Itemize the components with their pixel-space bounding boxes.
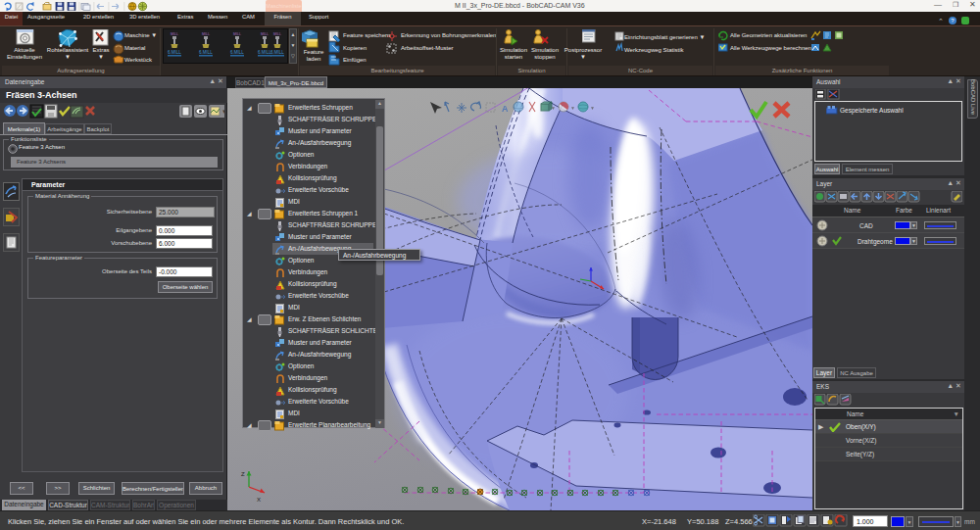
svg-text:Z: Z <box>241 471 245 477</box>
svg-text:X: X <box>257 497 261 503</box>
svg-text:A: A <box>502 104 509 114</box>
svg-text:6.MILL: 6.MILL <box>168 50 181 55</box>
svg-text:MILL: MILL <box>171 32 178 36</box>
svg-text:▼: ▼ <box>570 105 575 111</box>
svg-text:▼: ▼ <box>221 109 224 115</box>
svg-text:▼: ▼ <box>551 105 556 111</box>
svg-text:▼: ▼ <box>590 105 595 111</box>
